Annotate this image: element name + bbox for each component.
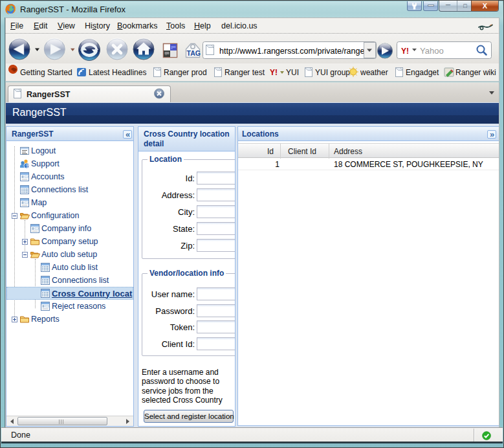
svg-text:RangerSST: RangerSST [27, 90, 71, 99]
svg-text:Latest Headlines: Latest Headlines [89, 68, 146, 77]
svg-text:Ranger prod: Ranger prod [164, 68, 207, 77]
svg-text:Ranger test: Ranger test [225, 68, 265, 77]
svg-text:TAG: TAG [187, 49, 201, 57]
svg-text:Engadget: Engadget [406, 68, 439, 77]
svg-text:Ranger wiki: Ranger wiki [455, 68, 496, 77]
svg-text:Getting Started: Getting Started [20, 68, 72, 77]
svg-text:weather: weather [360, 68, 388, 77]
svg-text:YUI: YUI [286, 68, 299, 77]
svg-text:http://www1.rangersst.com/priv: http://www1.rangersst.com/private/range [219, 47, 364, 56]
svg-text:YUI group: YUI group [315, 68, 350, 77]
svg-text:Y!: Y! [270, 68, 278, 77]
svg-text:Y!: Y! [401, 47, 409, 56]
svg-text:Yahoo: Yahoo [420, 46, 444, 56]
